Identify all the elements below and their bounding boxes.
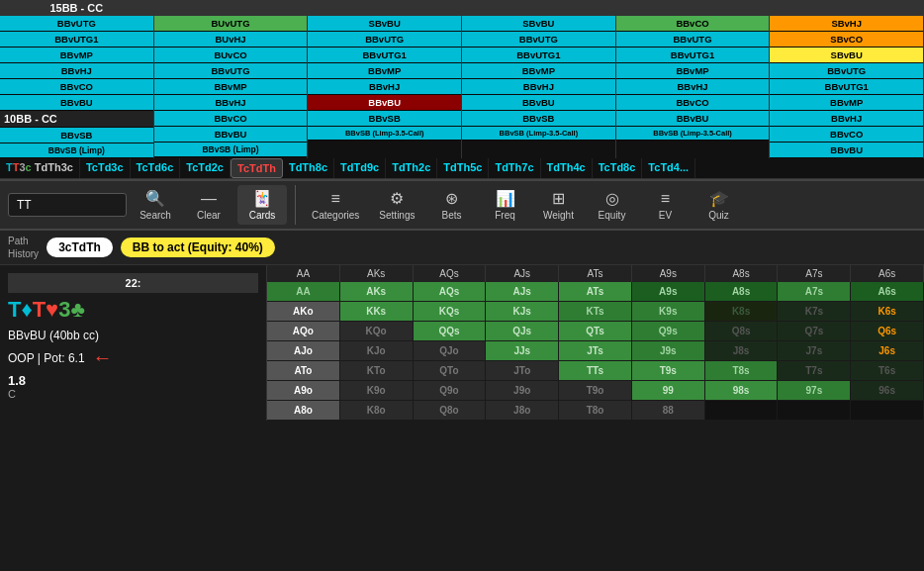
grid-cell[interactable]: BBvSB: [308, 111, 461, 127]
matrix-cell[interactable]: KQo: [340, 322, 414, 341]
grid-cell[interactable]: BBvUTG1: [616, 48, 770, 63]
matrix-cell[interactable]: T9o: [559, 381, 632, 401]
grid-cell[interactable]: SBvHJ: [770, 16, 923, 32]
matrix-cell[interactable]: QTs: [559, 322, 632, 341]
matrix-cell[interactable]: [851, 401, 924, 421]
matrix-cell[interactable]: [778, 401, 851, 421]
grid-cell[interactable]: BBvHJ: [770, 111, 923, 127]
matrix-cell[interactable]: T8o: [559, 401, 632, 421]
matrix-cell[interactable]: Q7s: [778, 322, 851, 341]
grid-cell[interactable]: BBvCO: [616, 16, 770, 32]
grid-cell[interactable]: BBvUTG1: [0, 32, 153, 48]
search-button[interactable]: 🔍 Search: [131, 185, 180, 225]
clear-button[interactable]: — Clear: [184, 186, 233, 225]
quiz-button[interactable]: 🎓 Quiz: [694, 185, 744, 225]
grid-cell[interactable]: BBvSB (Limp): [154, 143, 308, 157]
matrix-cell[interactable]: KTs: [559, 302, 632, 322]
matrix-cell[interactable]: Q9s: [632, 322, 705, 341]
matrix-cell[interactable]: ATs: [559, 282, 632, 302]
matrix-cell[interactable]: 97s: [778, 381, 851, 401]
matrix-cell[interactable]: 96s: [851, 381, 924, 401]
ev-button[interactable]: ≡ EV: [641, 186, 691, 225]
matrix-cell[interactable]: KJs: [486, 302, 559, 322]
path-pill-2[interactable]: BB to act (Equity: 40%): [121, 238, 275, 257]
grid-cell[interactable]: BBvSB (Limp): [0, 143, 153, 158]
matrix-cell[interactable]: QJs: [486, 322, 559, 341]
matrix-cell[interactable]: JTo: [486, 361, 559, 381]
card-TcTdTh[interactable]: TcTdTh: [231, 158, 283, 178]
matrix-cell[interactable]: K8o: [340, 401, 414, 421]
card-TdTh5c[interactable]: TdTh5c: [437, 158, 489, 178]
card-TdTd9c[interactable]: TdTd9c: [334, 158, 386, 178]
grid-cell[interactable]: BBvUTG1: [462, 48, 615, 63]
matrix-cell[interactable]: KKs: [340, 302, 414, 322]
grid-cell[interactable]: SBvCO: [770, 32, 923, 48]
grid-cell[interactable]: BBvUTG: [0, 16, 153, 32]
grid-cell[interactable]: BBvMP: [0, 48, 153, 63]
grid-cell[interactable]: BBvUTG: [308, 32, 461, 48]
matrix-cell[interactable]: A6s: [851, 282, 924, 302]
grid-cell[interactable]: BBvHJ: [0, 63, 153, 79]
matrix-cell[interactable]: J9o: [486, 381, 559, 401]
card-TcTd3c[interactable]: TcTd3c: [80, 158, 131, 178]
matrix-cell[interactable]: Q8s: [705, 322, 779, 341]
card-TcTd2c[interactable]: TcTd2c: [180, 158, 231, 178]
card-TcTd8c[interactable]: TcTd8c: [593, 158, 643, 178]
grid-cell[interactable]: BBvBU: [154, 127, 308, 143]
matrix-cell[interactable]: T6s: [851, 361, 924, 381]
matrix-cell[interactable]: J6s: [851, 341, 924, 361]
grid-cell[interactable]: BBvMP: [462, 63, 615, 79]
matrix-cell[interactable]: K9s: [632, 302, 705, 322]
grid-cell[interactable]: BBvBU: [616, 111, 770, 127]
weight-button[interactable]: ⊞ Weight: [534, 185, 584, 225]
search-input[interactable]: [8, 193, 127, 217]
card-TcTd6c[interactable]: TcTd6c: [131, 158, 181, 178]
matrix-cell[interactable]: KQs: [414, 302, 487, 322]
matrix-cell[interactable]: AKs: [340, 282, 414, 302]
grid-cell[interactable]: BBvMP: [770, 95, 923, 111]
grid-cell[interactable]: BBvSB (Limp-3.5-Call): [616, 127, 770, 141]
grid-cell[interactable]: BBvHJ: [462, 79, 615, 95]
matrix-cell[interactable]: AQo: [267, 322, 340, 341]
card-TdTh4c[interactable]: TdTh4c: [541, 158, 593, 178]
equity-button[interactable]: ◎ Equity: [588, 185, 637, 225]
grid-cell[interactable]: BBvUTG: [154, 63, 308, 79]
grid-cell[interactable]: BBvCO: [616, 95, 770, 111]
matrix-cell[interactable]: 88: [632, 401, 705, 421]
grid-cell[interactable]: BBvCO: [770, 127, 923, 143]
grid-cell[interactable]: BBvCO: [0, 79, 153, 95]
card-TdTh3c[interactable]: TT3c TdTh3c: [0, 158, 80, 178]
card-TdTh8c[interactable]: TdTh8c: [283, 158, 334, 178]
matrix-cell[interactable]: T7s: [778, 361, 851, 381]
matrix-cell[interactable]: AQs: [414, 282, 487, 302]
matrix-cell[interactable]: T9s: [632, 361, 705, 381]
matrix-cell[interactable]: AJo: [267, 341, 340, 361]
grid-cell[interactable]: BBvUTG1: [770, 79, 923, 95]
grid-cell[interactable]: BBvSB (Limp-3.5-Call): [308, 127, 461, 141]
card-TdTh7c[interactable]: TdTh7c: [489, 158, 540, 178]
path-pill-1[interactable]: 3cTdTh: [46, 238, 113, 257]
matrix-cell[interactable]: QTo: [414, 361, 487, 381]
cards-button[interactable]: 🃏 Cards: [237, 185, 287, 225]
grid-cell[interactable]: BBvBU: [462, 95, 615, 111]
matrix-cell[interactable]: KTo: [340, 361, 414, 381]
grid-cell[interactable]: SBvBU: [308, 16, 461, 32]
grid-cell[interactable]: BBvUTG: [462, 32, 615, 48]
matrix-cell[interactable]: Q6s: [851, 322, 924, 341]
matrix-cell[interactable]: K9o: [340, 381, 414, 401]
matrix-cell[interactable]: AJs: [486, 282, 559, 302]
grid-cell[interactable]: BBvHJ: [154, 95, 308, 111]
matrix-cell[interactable]: A8o: [267, 401, 340, 421]
grid-cell[interactable]: BBvSB: [0, 128, 153, 143]
matrix-cell[interactable]: Q9o: [414, 381, 487, 401]
grid-cell[interactable]: BUvCO: [154, 48, 308, 63]
grid-cell[interactable]: BBvMP: [308, 63, 461, 79]
matrix-cell[interactable]: JTs: [559, 341, 632, 361]
grid-cell[interactable]: SBvBU: [462, 16, 615, 32]
matrix-cell[interactable]: T8s: [705, 361, 779, 381]
grid-cell[interactable]: BBvUTG: [616, 32, 770, 48]
grid-cell[interactable]: BBvSB (Limp-3.5-Call): [462, 127, 615, 141]
grid-cell[interactable]: BBvCO: [154, 111, 308, 127]
matrix-cell[interactable]: J8o: [486, 401, 559, 421]
grid-cell[interactable]: SBvBU: [770, 48, 923, 63]
